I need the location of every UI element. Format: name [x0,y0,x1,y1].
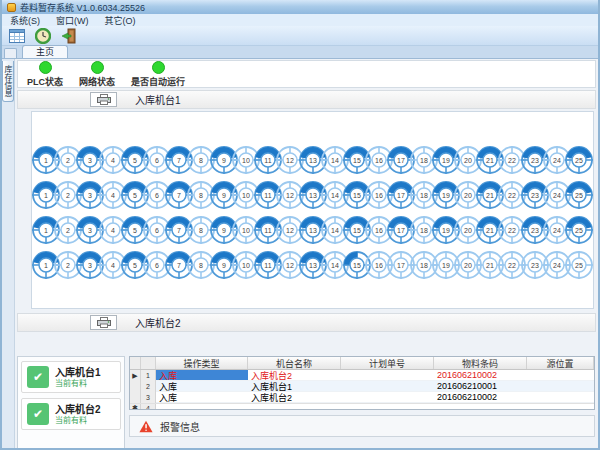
task-cell[interactable] [527,392,594,403]
task-cell[interactable]: 入库 [156,381,248,392]
svg-text:12: 12 [286,261,294,268]
col-header-5[interactable]: 源位置 [527,357,594,369]
task-row-4[interactable]: ✱4 [130,403,594,409]
card-machine-status: 当前有料 [55,416,101,425]
svg-text:1: 1 [44,191,48,198]
task-cell[interactable] [341,381,434,392]
svg-text:1: 1 [44,226,48,233]
svg-text:4: 4 [111,226,115,233]
svg-text:10: 10 [242,191,250,198]
plc-status-label: PLC状态 [27,75,63,88]
svg-text:24: 24 [553,226,561,233]
col-header-4[interactable]: 物料条码 [434,357,527,369]
machine1-status-card: ✔ 入库机台1 当前有料 [21,361,121,393]
task-cell[interactable] [434,404,527,409]
auto-run-indicator: 是否自动运行 [131,61,185,88]
task-cell[interactable]: 201606210002 [434,370,527,381]
row-indicator [130,381,141,392]
task-row-2[interactable]: 2入库入库机台1201606210001 [130,381,594,392]
svg-text:23: 23 [531,261,539,268]
svg-text:2: 2 [66,156,70,163]
slot-row-3: 1234567891011121314151617181920212223242… [35,212,590,247]
auto-run-label: 是否自动运行 [131,75,185,88]
tool-bar [2,26,598,46]
task-cell[interactable] [341,370,434,381]
window-title: 卷料暂存系统 V1.0.6034.25526 [20,1,145,14]
svg-text:20: 20 [464,156,472,163]
bottom-region: ✔ 入库机台1 当前有料 ✔ 入库机台2 当前有料 [17,356,596,449]
svg-text:11: 11 [264,261,271,268]
reel-slot-25: 25 [564,250,594,280]
task-cell[interactable]: 入库机台2 [248,392,341,403]
tab-home[interactable]: 主页 [22,45,68,58]
task-cell[interactable] [527,404,594,409]
printer-icon [97,94,111,105]
svg-text:13: 13 [309,226,317,233]
svg-text:8: 8 [199,191,203,198]
alarm-bar[interactable]: 报警信息 [129,415,595,437]
task-cell[interactable] [156,404,248,409]
task-cell[interactable]: 201606210001 [434,381,527,392]
svg-text:6: 6 [155,191,159,198]
task-table-header: 操作类型机台名称计划单号物料条码源位置 [130,357,594,370]
svg-text:24: 24 [553,261,561,268]
print-button-machine1[interactable] [90,92,117,107]
svg-text:21: 21 [486,261,494,268]
col-header-2[interactable]: 机台名称 [248,357,341,369]
menu-system[interactable]: 系统(S) [10,14,40,27]
svg-text:1: 1 [44,156,48,163]
task-cell[interactable] [341,404,434,409]
task-cell[interactable]: 入库机台1 [248,381,341,392]
svg-text:3: 3 [88,261,92,268]
slot-row-4: 1234567891011121314151617181920212223242… [35,247,590,282]
network-status-label: 网络状态 [79,75,115,88]
plc-status-indicator: PLC状态 [27,61,63,88]
machine2-header: 入库机台2 [17,313,596,332]
task-cell[interactable] [248,404,341,409]
check-icon: ✔ [27,366,49,388]
svg-text:14: 14 [331,156,339,163]
slot-grid: 1234567891011121314151617181920212223242… [31,111,594,309]
svg-text:23: 23 [531,156,539,163]
menu-other[interactable]: 其它(O) [105,14,136,27]
task-cell[interactable] [527,381,594,392]
svg-text:7: 7 [177,156,181,163]
machine1-title: 入库机台1 [135,92,181,107]
menu-window[interactable]: 窗口(W) [56,14,89,27]
plc-status-light [39,61,52,74]
clock-icon[interactable] [33,27,52,44]
row-number: 1 [141,370,156,381]
task-cell[interactable]: 入库机台2 [248,370,341,381]
svg-text:16: 16 [375,191,383,198]
svg-text:24: 24 [553,191,561,198]
svg-text:15: 15 [353,156,361,163]
side-dock-tab[interactable]: 库存信息 [2,61,14,102]
svg-text:12: 12 [286,156,294,163]
svg-text:3: 3 [88,156,92,163]
task-cell[interactable]: 入库 [156,370,248,381]
exit-icon[interactable] [59,27,78,44]
title-bar: 卷料暂存系统 V1.0.6034.25526 [2,0,598,14]
slot-row-1: 1234567891011121314151617181920212223242… [35,142,590,177]
svg-text:16: 16 [375,261,383,268]
svg-text:18: 18 [420,156,428,163]
row-number: 4 [141,404,156,409]
svg-text:13: 13 [309,261,317,268]
svg-text:13: 13 [309,156,317,163]
svg-text:4: 4 [111,191,115,198]
dock-stub-tab[interactable] [4,48,17,58]
task-cell[interactable] [527,370,594,381]
task-row-1[interactable]: ▶1入库入库机台2201606210002 [130,370,594,381]
svg-text:14: 14 [331,261,339,268]
machine2-title: 入库机台2 [135,315,181,330]
svg-text:4: 4 [111,156,115,163]
task-cell[interactable] [341,392,434,403]
task-cell[interactable]: 201606210002 [434,392,527,403]
print-button-machine2[interactable] [90,315,117,330]
calendar-icon[interactable] [7,27,26,44]
col-header-1[interactable]: 操作类型 [156,357,248,369]
svg-text:25: 25 [575,261,583,268]
col-header-3[interactable]: 计划单号 [341,357,434,369]
task-row-3[interactable]: 3入库入库机台2201606210002 [130,392,594,403]
task-cell[interactable]: 入库 [156,392,248,403]
